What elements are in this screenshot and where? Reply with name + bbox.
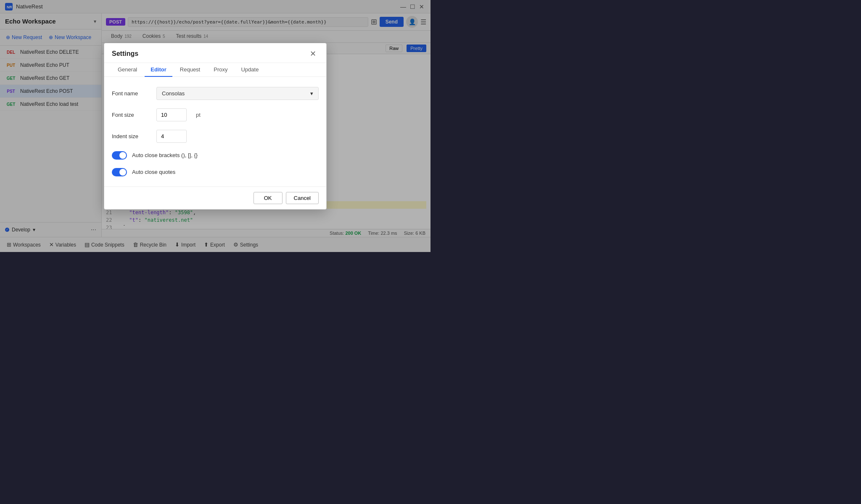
auto-close-brackets-row: Auto close brackets (), [], {} xyxy=(112,151,319,160)
dialog-title: Settings xyxy=(112,50,138,58)
dialog-tab-update[interactable]: Update xyxy=(235,63,264,77)
auto-close-quotes-label: Auto close quotes xyxy=(132,169,175,175)
font-size-unit: pt xyxy=(196,112,201,118)
font-name-label: Font name xyxy=(112,90,150,97)
font-size-row: Font size pt xyxy=(112,108,319,121)
dialog-tabs: General Editor Request Proxy Update xyxy=(104,63,326,77)
font-name-row: Font name Consolas ▾ xyxy=(112,87,319,100)
dialog-tab-proxy[interactable]: Proxy xyxy=(208,63,233,77)
settings-dialog: Settings ✕ General Editor Request Proxy … xyxy=(104,43,327,210)
indent-size-input[interactable] xyxy=(156,130,187,143)
ok-button[interactable]: OK xyxy=(254,192,283,204)
dialog-tab-editor[interactable]: Editor xyxy=(145,63,172,77)
font-size-label: Font size xyxy=(112,112,150,118)
dropdown-chevron-icon: ▾ xyxy=(310,90,313,97)
auto-close-brackets-label: Auto close brackets (), [], {} xyxy=(132,152,198,158)
dialog-header: Settings ✕ xyxy=(104,43,326,63)
font-name-value: Consolas xyxy=(162,90,185,97)
dialog-tab-general[interactable]: General xyxy=(112,63,143,77)
cancel-button[interactable]: Cancel xyxy=(286,192,319,204)
dialog-footer: OK Cancel xyxy=(104,186,326,209)
dialog-body: Font name Consolas ▾ Font size pt Indent… xyxy=(104,77,326,186)
auto-close-quotes-row: Auto close quotes xyxy=(112,168,319,176)
indent-size-row: Indent size xyxy=(112,130,319,143)
auto-close-quotes-toggle[interactable] xyxy=(112,168,127,176)
dialog-tab-request[interactable]: Request xyxy=(174,63,206,77)
font-size-input[interactable] xyxy=(156,108,187,121)
dialog-close-button[interactable]: ✕ xyxy=(307,49,319,58)
dialog-overlay: Settings ✕ General Editor Request Proxy … xyxy=(0,0,430,252)
font-name-dropdown[interactable]: Consolas ▾ xyxy=(156,87,319,100)
indent-size-label: Indent size xyxy=(112,133,150,139)
auto-close-brackets-toggle[interactable] xyxy=(112,151,127,160)
